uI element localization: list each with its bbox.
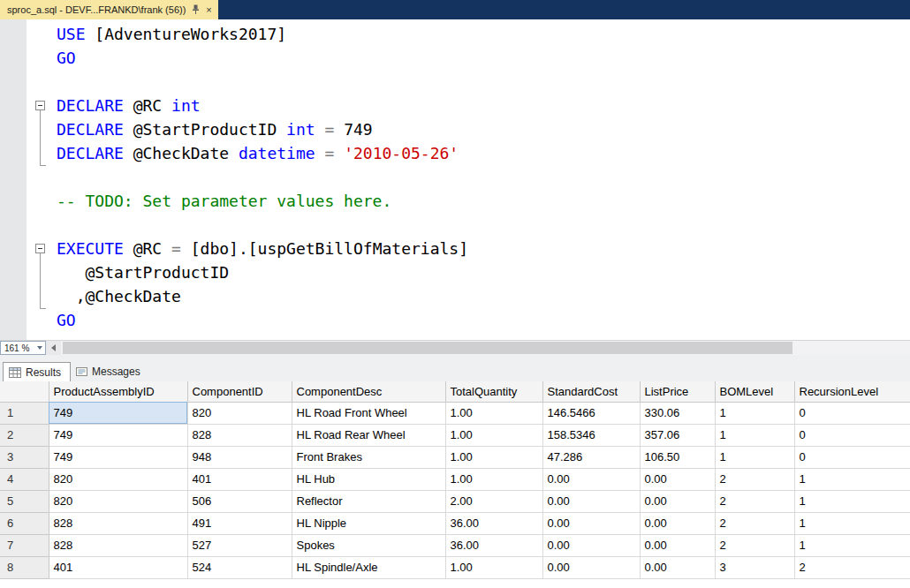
grid-cell[interactable]: 0 <box>794 424 910 446</box>
column-header-listprice[interactable]: ListPrice <box>640 381 715 402</box>
scrollbar-thumb[interactable] <box>63 342 792 354</box>
code-line[interactable]: DECLARE @RC int <box>27 94 910 117</box>
document-tab[interactable]: sproc_a.sql - DEVF...FRANKD\frank (56)) … <box>0 0 218 19</box>
grid-cell[interactable]: 948 <box>187 446 292 468</box>
grid-cell[interactable]: 828 <box>187 424 292 446</box>
grid-cell[interactable]: 3 <box>715 556 794 578</box>
grid-cell[interactable]: 36.00 <box>445 512 542 534</box>
grid-cell[interactable]: 1.00 <box>445 402 542 424</box>
grid-cell[interactable]: 2 <box>715 490 794 512</box>
grid-cell[interactable]: 749 <box>49 424 187 446</box>
grid-cell[interactable]: 828 <box>49 512 187 534</box>
grid-cell[interactable]: 1 <box>794 534 910 556</box>
grid-cell[interactable]: 36.00 <box>445 534 542 556</box>
grid-cell[interactable]: HL Spindle/Axle <box>292 556 445 578</box>
column-header-componentid[interactable]: ComponentID <box>187 381 292 402</box>
code-line[interactable]: -- TODO: Set parameter values here. <box>27 189 910 213</box>
grid-cell[interactable]: 2 <box>794 556 910 578</box>
grid-cell[interactable]: 47.286 <box>542 446 640 468</box>
grid-cell[interactable]: 401 <box>187 468 292 490</box>
grid-cell[interactable]: 330.06 <box>640 402 715 424</box>
grid-cell[interactable]: 820 <box>187 402 292 424</box>
grid-cell[interactable]: 0 <box>794 402 910 424</box>
grid-cell[interactable]: 0 <box>794 446 910 468</box>
code-area[interactable]: USE [AdventureWorks2017]GODECLARE @RC in… <box>27 19 910 340</box>
row-number[interactable]: 8 <box>0 556 49 578</box>
column-header-componentdesc[interactable]: ComponentDesc <box>292 381 445 402</box>
column-header-bomlevel[interactable]: BOMLevel <box>715 381 794 402</box>
column-header-recursionlevel[interactable]: RecursionLevel <box>794 381 910 402</box>
code-line[interactable]: GO <box>27 46 910 70</box>
grid-cell[interactable]: 357.06 <box>640 424 715 446</box>
grid-cell[interactable]: 1.00 <box>445 424 542 446</box>
close-icon[interactable]: × <box>206 5 211 15</box>
tab-results[interactable]: Results <box>3 362 71 381</box>
code-line[interactable]: EXECUTE @RC = [dbo].[uspGetBillOfMateria… <box>27 237 910 260</box>
grid-cell[interactable]: 1 <box>794 512 910 534</box>
grid-cell[interactable]: 158.5346 <box>542 424 640 446</box>
grid-cell[interactable]: 1 <box>715 402 794 424</box>
code-line[interactable]: @StartProductID <box>27 260 910 284</box>
code-line[interactable] <box>27 165 910 189</box>
grid-cell[interactable]: 0.00 <box>542 556 640 578</box>
grid-cell[interactable]: 1.00 <box>445 446 542 468</box>
column-header-totalquantity[interactable]: TotalQuantity <box>445 381 542 402</box>
row-number[interactable]: 7 <box>0 534 49 556</box>
grid-cell[interactable]: 2 <box>715 534 794 556</box>
grid-cell[interactable]: 506 <box>187 490 292 512</box>
grid-corner-cell[interactable] <box>0 381 49 402</box>
grid-cell[interactable]: Spokes <box>292 534 445 556</box>
grid-cell[interactable]: HL Road Front Wheel <box>292 402 445 424</box>
code-line[interactable] <box>27 70 910 94</box>
collapse-region-toggle[interactable] <box>35 244 45 253</box>
row-number[interactable]: 5 <box>0 490 49 512</box>
grid-cell[interactable]: 0.00 <box>640 490 715 512</box>
grid-cell[interactable]: 1 <box>715 424 794 446</box>
tab-messages[interactable]: Messages <box>71 362 149 381</box>
grid-cell[interactable]: 0.00 <box>640 556 715 578</box>
grid-cell[interactable]: 2 <box>715 512 794 534</box>
grid-cell[interactable]: 1 <box>794 468 910 490</box>
grid-cell[interactable]: 820 <box>49 468 187 490</box>
grid-cell[interactable]: 749 <box>49 446 187 468</box>
code-line[interactable]: USE [AdventureWorks2017] <box>27 22 910 46</box>
grid-cell[interactable]: 1.00 <box>445 556 542 578</box>
grid-cell[interactable]: 820 <box>49 490 187 512</box>
row-number[interactable]: 1 <box>0 402 49 424</box>
grid-cell[interactable]: 2 <box>715 468 794 490</box>
grid-cell[interactable]: Front Brakes <box>292 446 445 468</box>
zoom-selector[interactable]: 161 % <box>0 341 46 355</box>
grid-cell[interactable]: 1 <box>715 446 794 468</box>
grid-cell[interactable]: 527 <box>187 534 292 556</box>
pin-icon[interactable] <box>192 4 200 15</box>
sql-editor[interactable]: USE [AdventureWorks2017]GODECLARE @RC in… <box>0 19 910 340</box>
grid-cell[interactable]: 401 <box>49 556 187 578</box>
row-number[interactable]: 6 <box>0 512 49 534</box>
row-number[interactable]: 4 <box>0 468 49 490</box>
grid-cell[interactable]: 491 <box>187 512 292 534</box>
grid-cell[interactable]: HL Road Rear Wheel <box>292 424 445 446</box>
grid-cell[interactable]: 828 <box>49 534 187 556</box>
grid-cell[interactable]: 106.50 <box>640 446 715 468</box>
scroll-left-button[interactable] <box>46 341 61 355</box>
code-line[interactable] <box>27 213 910 237</box>
column-header-standardcost[interactable]: StandardCost <box>542 381 640 402</box>
grid-cell[interactable]: 0.00 <box>542 534 640 556</box>
horizontal-scrollbar[interactable] <box>46 341 910 355</box>
grid-cell[interactable]: 2.00 <box>445 490 542 512</box>
grid-cell[interactable]: HL Hub <box>292 468 445 490</box>
grid-cell[interactable]: 0.00 <box>640 512 715 534</box>
grid-cell[interactable]: 0.00 <box>542 512 640 534</box>
collapse-region-toggle[interactable] <box>35 101 45 110</box>
code-line[interactable]: GO <box>27 308 910 332</box>
grid-cell[interactable]: 1.00 <box>445 468 542 490</box>
grid-cell[interactable]: Reflector <box>292 490 445 512</box>
grid-cell[interactable]: HL Nipple <box>292 512 445 534</box>
code-line[interactable]: DECLARE @StartProductID int = 749 <box>27 117 910 141</box>
grid-cell[interactable]: 0.00 <box>640 534 715 556</box>
code-line[interactable]: ,@CheckDate <box>27 284 910 308</box>
grid-cell[interactable]: 0.00 <box>542 490 640 512</box>
grid-cell[interactable]: 0.00 <box>640 468 715 490</box>
scrollbar-track[interactable] <box>61 341 910 355</box>
grid-cell[interactable]: 0.00 <box>542 468 640 490</box>
